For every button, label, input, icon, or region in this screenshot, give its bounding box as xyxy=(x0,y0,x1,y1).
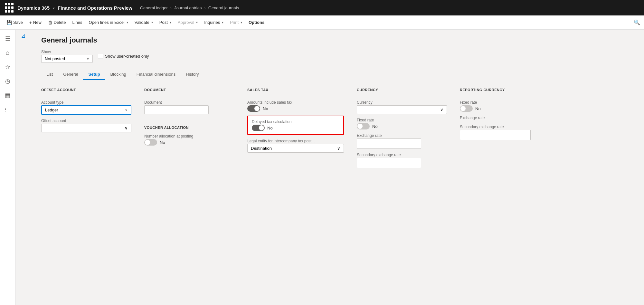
reporting-exchange-rate-label: Exchange rate xyxy=(460,116,544,120)
delayed-tax-thumb xyxy=(259,125,264,130)
secondary-exchange-rate-input[interactable] xyxy=(357,158,421,168)
currency-header: CURRENCY xyxy=(357,88,447,92)
fixed-rate-label: Fixed rate xyxy=(357,118,447,122)
show-user-created-checkbox[interactable] xyxy=(98,54,103,59)
account-type-label: Account type xyxy=(41,100,131,105)
exchange-rate-field: Exchange rate xyxy=(357,133,447,149)
document-field: Document xyxy=(144,100,234,114)
offset-account-header: OFFSET ACCOUNT xyxy=(41,88,131,92)
tab-setup[interactable]: Setup xyxy=(83,69,105,80)
reporting-fixed-rate-label: Fixed rate xyxy=(460,100,544,105)
number-allocation-thumb xyxy=(145,140,150,145)
delete-button[interactable]: 🗑 Delete xyxy=(45,19,69,26)
fixed-rate-thumb xyxy=(357,124,363,129)
show-select[interactable]: Not posted ∨ xyxy=(41,55,93,63)
page-title: General journals xyxy=(41,36,634,44)
show-user-created-checkbox-wrap[interactable]: Show user-created only xyxy=(98,54,149,59)
document-input[interactable] xyxy=(144,105,209,114)
document-label: Document xyxy=(144,100,234,105)
breadcrumb-sep-2: › xyxy=(204,5,205,10)
recent-icon[interactable]: ◷ xyxy=(1,75,14,88)
currency-field: Currency ∨ xyxy=(357,100,447,114)
legal-entity-select[interactable]: Destination ∨ xyxy=(247,144,344,153)
legal-entity-label: Legal entity for intercompany tax post..… xyxy=(247,139,344,143)
sales-tax-header: SALES TAX xyxy=(247,88,344,92)
tab-history[interactable]: History xyxy=(181,69,204,80)
delayed-tax-toggle[interactable] xyxy=(252,125,265,131)
secondary-exchange-rate-label: Secondary exchange rate xyxy=(357,153,447,157)
workspaces-icon[interactable]: ▦ xyxy=(1,89,14,102)
dynamics-brand[interactable]: Dynamics 365 xyxy=(17,5,50,11)
fixed-rate-toggle[interactable] xyxy=(357,123,370,129)
voucher-allocation-header: VOUCHER ALLOCATION xyxy=(144,126,234,129)
modules-icon[interactable]: ⋮⋮ xyxy=(1,103,14,116)
new-button[interactable]: + New xyxy=(27,19,44,26)
module-name: Finance and Operations Preview xyxy=(58,5,132,11)
breadcrumb-item-1[interactable]: General ledger xyxy=(140,5,168,10)
tab-general[interactable]: General xyxy=(58,69,83,80)
account-type-select[interactable]: Ledger ∨ xyxy=(41,105,131,115)
reporting-secondary-exchange-rate-input[interactable] xyxy=(460,130,531,140)
sections-grid: OFFSET ACCOUNT Account type Ledger ∨ Off… xyxy=(41,88,634,168)
offset-account-field: Offset account ∨ xyxy=(41,119,131,132)
delayed-tax-highlight-box: Delayed tax calculation No xyxy=(247,116,344,135)
sales-tax-section: SALES TAX Amounts include sales tax No xyxy=(247,88,344,168)
delayed-tax-field: Delayed tax calculation No xyxy=(252,119,339,131)
reporting-fixed-rate-value: No xyxy=(475,106,481,111)
legal-entity-field: Legal entity for intercompany tax post..… xyxy=(247,139,344,153)
number-allocation-toggle[interactable] xyxy=(144,139,157,146)
delayed-tax-toggle-row: No xyxy=(252,125,339,131)
save-button[interactable]: 💾 Save xyxy=(4,19,25,26)
breadcrumb-item-2[interactable]: Journal entries xyxy=(174,5,202,10)
offset-account-label: Offset account xyxy=(41,119,131,123)
print-button[interactable]: Print xyxy=(227,19,245,26)
left-sidebar: ☰ ⌂ ☆ ◷ ▦ ⋮⋮ xyxy=(0,30,15,305)
currency-label: Currency xyxy=(357,100,447,105)
breadcrumb-item-3[interactable]: General journals xyxy=(208,5,239,10)
approval-button[interactable]: Approval xyxy=(175,19,200,26)
tab-financial-dimensions[interactable]: Financial dimensions xyxy=(131,69,181,80)
tab-blocking[interactable]: Blocking xyxy=(105,69,131,80)
amounts-include-toggle-row: No xyxy=(247,105,344,112)
brand-area: Dynamics 365 ∨ Finance and Operations Pr… xyxy=(17,5,132,11)
inquiries-button[interactable]: Inquiries xyxy=(202,19,226,26)
validate-button[interactable]: Validate xyxy=(132,19,156,26)
show-select-chevron-icon: ∨ xyxy=(87,57,89,61)
options-button[interactable]: Options xyxy=(246,19,267,26)
open-lines-excel-button[interactable]: Open lines in Excel xyxy=(86,19,131,26)
fixed-rate-value: No xyxy=(372,124,378,129)
exchange-rate-input[interactable] xyxy=(357,138,421,149)
currency-select[interactable]: ∨ xyxy=(357,105,447,114)
amounts-include-thumb xyxy=(254,106,260,111)
post-button[interactable]: Post xyxy=(157,19,174,26)
filter-icon[interactable]: ⊿ xyxy=(21,32,26,39)
legal-entity-value: Destination xyxy=(251,146,335,151)
reporting-currency-section: REPORTING CURRENCY Fixed rate No Exchang… xyxy=(460,88,544,168)
reporting-fixed-rate-toggle-row: No xyxy=(460,105,544,112)
amounts-include-toggle[interactable] xyxy=(247,105,260,112)
offset-account-chevron-icon: ∨ xyxy=(125,126,128,130)
tab-list[interactable]: List xyxy=(41,69,58,80)
document-section: DOCUMENT Document VOUCHER ALLOCATION Num… xyxy=(144,88,234,168)
search-toolbar-button[interactable]: 🔍 xyxy=(634,19,640,25)
lines-button[interactable]: Lines xyxy=(70,19,85,26)
number-allocation-value: No xyxy=(160,140,165,145)
show-select-value: Not posted xyxy=(45,56,84,61)
account-type-chevron-icon: ∨ xyxy=(125,108,128,112)
reporting-fixed-rate-field: Fixed rate No xyxy=(460,100,544,112)
offset-account-section: OFFSET ACCOUNT Account type Ledger ∨ Off… xyxy=(41,88,131,168)
reporting-fixed-rate-toggle[interactable] xyxy=(460,105,473,112)
amounts-include-label: Amounts include sales tax xyxy=(247,100,344,105)
secondary-exchange-rate-field: Secondary exchange rate xyxy=(357,153,447,168)
main-content: General journals Show Not posted ∨ Show … xyxy=(31,30,644,305)
home-icon[interactable]: ⌂ xyxy=(1,46,14,59)
offset-account-select[interactable]: ∨ xyxy=(41,124,131,132)
filter-bar: ⊿ xyxy=(15,30,31,305)
show-select-wrap: Show Not posted ∨ xyxy=(41,50,93,63)
number-allocation-field: Number allocation at posting No xyxy=(144,134,234,146)
currency-section: CURRENCY Currency ∨ Fixed rate xyxy=(357,88,447,168)
hamburger-menu-icon[interactable]: ☰ xyxy=(1,32,14,45)
reporting-secondary-exchange-rate-label: Secondary exchange rate xyxy=(460,125,544,129)
waffle-button[interactable] xyxy=(4,3,14,13)
favorites-icon[interactable]: ☆ xyxy=(1,61,14,73)
